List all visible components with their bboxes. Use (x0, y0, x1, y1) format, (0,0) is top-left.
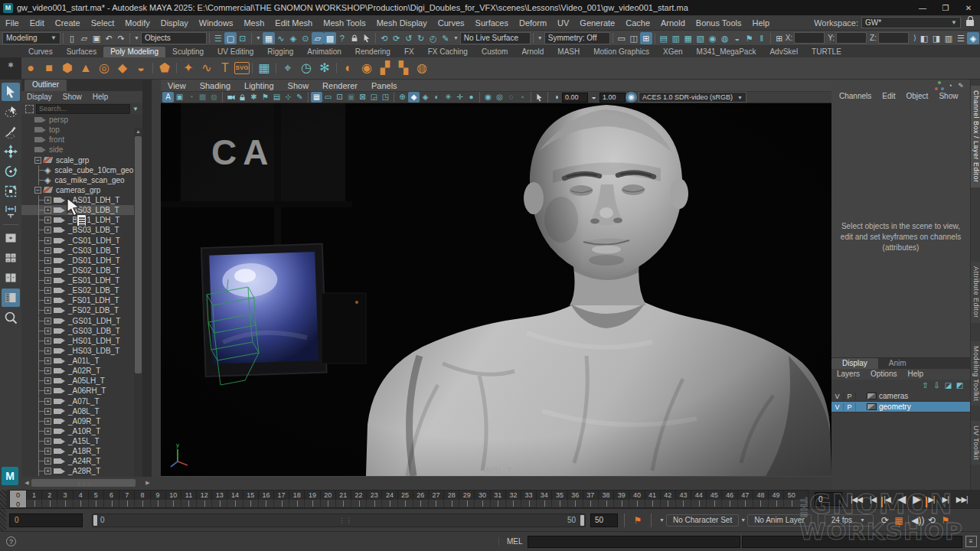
expander-icon[interactable] (44, 347, 51, 354)
new-layer-from-selected-icon[interactable]: ◩ (954, 380, 965, 390)
symmetry-field[interactable]: Symmetry: Off (544, 32, 610, 44)
timeline-frame-6[interactable]: 6 (103, 491, 119, 507)
timeline-frame-19[interactable]: 19 (304, 491, 319, 507)
select-object-icon[interactable]: ▢ (224, 32, 237, 44)
move-layer-up-icon[interactable]: ⇧ (920, 380, 931, 390)
outliner-item[interactable]: _CS01_LDH_T (21, 236, 142, 246)
outliner-item[interactable]: _AS01_LDH_T (21, 195, 142, 205)
shadows-toggle-icon[interactable]: ▩ (197, 92, 208, 103)
use-all-lights-icon[interactable]: ✳ (443, 92, 454, 103)
maximize-button[interactable]: ❐ (934, 4, 957, 12)
lock-camera-icon[interactable] (237, 92, 248, 103)
layer-row[interactable]: V P geometry (831, 402, 970, 412)
expander-icon[interactable] (44, 468, 51, 474)
render-sequence-icon[interactable]: ▧ (694, 32, 707, 44)
timeline-frame-26[interactable]: 26 (413, 491, 428, 507)
renderer-default-icon[interactable]: A (162, 92, 174, 103)
gamma-field[interactable] (599, 93, 626, 103)
outliner-item[interactable]: _ES02_LDB_T (21, 285, 142, 295)
timeline-ruler[interactable]: 0 0 123456789101112131415161718192021222… (9, 490, 808, 508)
menu-item[interactable]: Display (155, 18, 194, 28)
timeline-frame-25[interactable]: 25 (397, 491, 413, 507)
auto-keyframe-icon[interactable]: ⚑ (939, 514, 952, 527)
shelf-tab[interactable]: Arnold (514, 47, 550, 57)
step-back-key[interactable]: |◀ (880, 495, 893, 504)
poly-torus-icon[interactable]: ◎ (95, 59, 113, 77)
timeline-grip[interactable] (0, 490, 6, 508)
select-icon[interactable] (2, 83, 20, 101)
layer-visibility-toggle[interactable]: V (831, 393, 844, 400)
expander-icon[interactable] (44, 207, 51, 214)
expander-icon[interactable] (44, 257, 51, 264)
animation-start-field[interactable] (9, 514, 83, 527)
outliner-item[interactable]: persp (21, 115, 142, 125)
expander-icon[interactable] (44, 448, 51, 455)
tab-modeling-toolkit[interactable]: Modeling Toolkit (971, 341, 980, 406)
layer-playback-toggle[interactable]: P (844, 393, 856, 400)
outliner-item[interactable]: _A07L_T (21, 396, 142, 406)
timeline-frame-43[interactable]: 43 (675, 491, 691, 507)
timeline-frame-20[interactable]: 20 (320, 491, 335, 507)
shadow-display-icon[interactable]: ✛ (454, 92, 466, 103)
poly-helix-icon[interactable]: ∿ (198, 59, 216, 77)
outliner-item[interactable]: _GS03_LDB_T (21, 326, 142, 336)
expander-icon[interactable] (44, 377, 51, 384)
input-line-absolute-icon[interactable]: ▭ (616, 32, 628, 44)
lock-selection-icon[interactable] (348, 32, 361, 44)
texturing-icon[interactable]: ▣ (174, 92, 185, 103)
outliner-item[interactable]: scale_cube_10cm_geo (21, 165, 142, 175)
expander-icon[interactable] (44, 237, 51, 244)
selection-mask-dropdown[interactable]: Objects (141, 32, 207, 44)
layer-visibility-toggle[interactable]: V (831, 403, 844, 411)
outliner-item[interactable]: _HS01_LDH_T (21, 336, 142, 346)
viewport-menu-item[interactable]: Show (281, 81, 316, 90)
timeline-frame-48[interactable]: 48 (753, 491, 768, 507)
timeline-frame-10[interactable]: 10 (165, 491, 181, 507)
outliner-item[interactable]: _CS03_LDB_T (21, 246, 142, 256)
shelf-tab[interactable]: Motion Graphics (586, 47, 656, 57)
wireframe-on-shaded-icon[interactable]: ◈ (420, 92, 431, 103)
expander-icon[interactable] (44, 428, 51, 435)
outliner-item[interactable]: _DS02_LDB_T (21, 266, 142, 276)
expander-icon[interactable] (44, 197, 51, 204)
snap-grid-icon[interactable]: ▦ (263, 32, 275, 44)
timeline-frame-34[interactable]: 34 (536, 491, 551, 507)
timeline-frame-24[interactable]: 24 (381, 491, 397, 507)
shelf-tab[interactable]: AdvSkel (763, 47, 805, 57)
select-hierarchy-icon[interactable]: ☰ (212, 32, 224, 44)
playblast-icon[interactable]: ▦ (892, 514, 906, 527)
outliner-item[interactable]: top (21, 125, 142, 135)
viewport-menu-item[interactable]: Lighting (237, 81, 281, 90)
select-component-icon[interactable]: ⊡ (237, 32, 249, 44)
shelf-tab[interactable]: TURTLE (805, 47, 848, 57)
go-to-start[interactable]: |◀◀ (847, 495, 866, 504)
outliner-item[interactable]: _A08L_T (21, 406, 142, 416)
menu-item[interactable]: File (0, 18, 24, 28)
anim-layer-dropdown[interactable]: No Anim Layer (747, 514, 812, 527)
timeline-frame-41[interactable]: 41 (645, 491, 660, 507)
outliner-vertical-scrollbar[interactable]: ▲ ▼ (134, 128, 142, 490)
outliner-item[interactable]: side (21, 145, 142, 155)
highlight-selection-icon[interactable] (361, 32, 373, 44)
exposure-field[interactable] (562, 93, 588, 103)
lighting-icon[interactable]: ◔ (185, 92, 197, 103)
menu-item[interactable]: Curves (433, 18, 470, 28)
object-mode-cursor-icon[interactable] (534, 92, 545, 103)
chevron-down-icon[interactable]: ▼ (132, 35, 141, 41)
layer-editor-menu-item[interactable]: Options (865, 369, 902, 380)
viewport-menu-item[interactable]: Renderer (315, 81, 364, 90)
timeline-frame-4[interactable]: 4 (73, 491, 88, 507)
poly-type-icon[interactable]: T (216, 59, 234, 77)
outliner-item[interactable]: _FS01_LDH_T (21, 295, 142, 305)
outliner-item[interactable]: scale_grp (21, 155, 142, 165)
expander-icon[interactable] (44, 307, 51, 314)
shelf-tab[interactable]: Sculpting (165, 47, 211, 57)
outliner-item[interactable]: _ES01_LDH_T (21, 276, 142, 285)
menu-item[interactable]: Edit (24, 18, 50, 28)
expander-icon[interactable] (44, 418, 51, 425)
timeline-frame-23[interactable]: 23 (366, 491, 381, 507)
camera-select-icon[interactable] (225, 92, 237, 103)
menu-item[interactable]: Help (747, 18, 776, 28)
outliner-item[interactable]: _A24R_T (21, 456, 142, 466)
universal-manipulator-icon[interactable] (2, 202, 20, 220)
